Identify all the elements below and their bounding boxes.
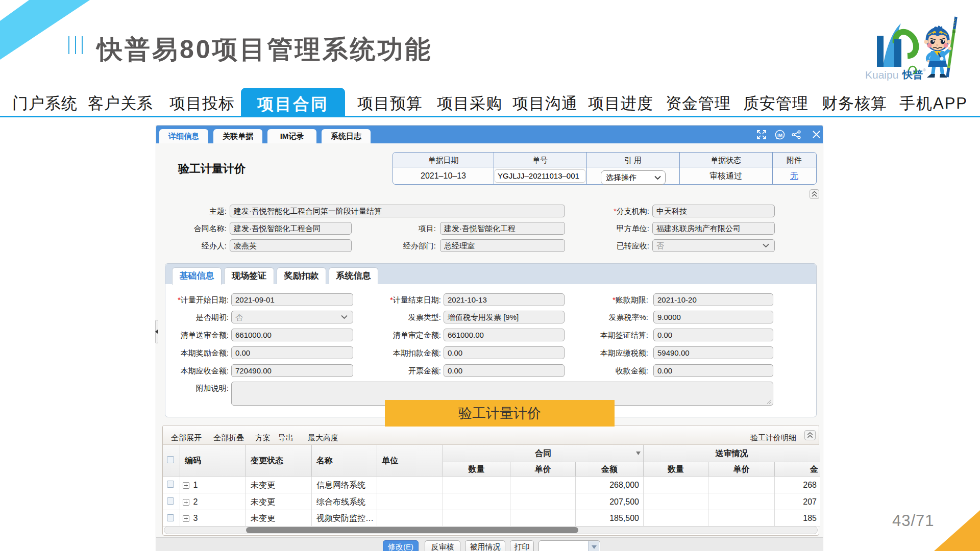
svg-text:快普: 快普 [901, 69, 923, 80]
svg-text:®: ® [923, 68, 926, 72]
svg-text:Kuaipu: Kuaipu [865, 69, 898, 81]
svg-text:IM: IM [777, 133, 782, 138]
